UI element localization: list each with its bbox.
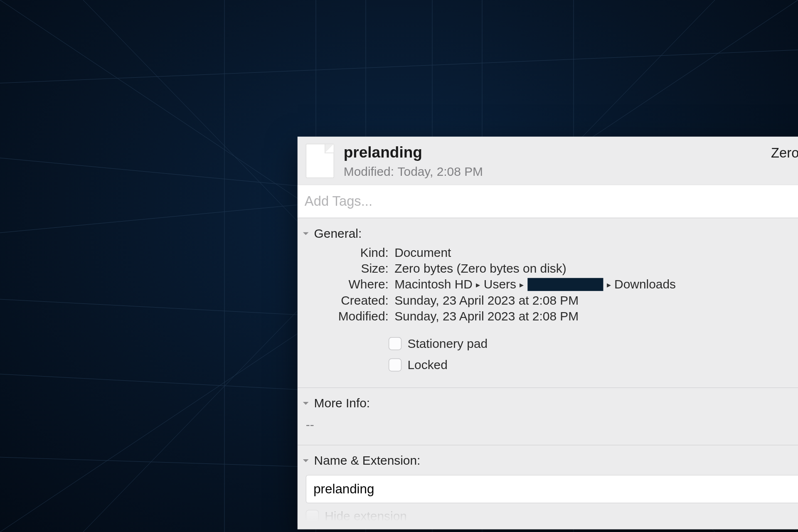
size-label: Size: [306, 261, 389, 275]
stationery-pad-row: Stationery pad [389, 333, 798, 354]
general-checkboxes: Stationery pad Locked [298, 327, 798, 381]
general-kv: Kind: Document Size: Zero bytes (Zero by… [298, 245, 798, 327]
locked-checkbox[interactable] [389, 358, 401, 371]
chevron-down-icon [301, 399, 310, 408]
modified-value-row: Sunday, 23 April 2023 at 2:08 PM [394, 309, 798, 323]
section-name-ext-title: Name & Extension: [314, 453, 421, 468]
section-more-info-header[interactable]: More Info: [298, 394, 798, 415]
triangle-right-icon: ▸ [476, 280, 480, 289]
created-label: Created: [306, 293, 389, 307]
stationery-pad-label: Stationery pad [407, 336, 488, 350]
section-general-header[interactable]: General: [298, 224, 798, 245]
locked-row: Locked [389, 354, 798, 375]
file-icon [306, 144, 334, 178]
more-info-value: -- [298, 415, 798, 438]
where-part: Users [484, 277, 516, 291]
where-label: Where: [306, 277, 389, 291]
triangle-right-icon: ▸ [520, 280, 524, 289]
chevron-down-icon [301, 229, 310, 238]
section-name-ext: Name & Extension: Hide extension [298, 445, 798, 529]
chevron-down-icon [301, 456, 310, 466]
name-extension-input[interactable] [306, 475, 798, 503]
section-more-info: More Info: -- [298, 387, 798, 444]
section-more-info-title: More Info: [314, 396, 370, 410]
size-value: Zero bytes (Zero bytes on disk) [394, 261, 798, 275]
created-value: Sunday, 23 April 2023 at 2:08 PM [394, 293, 798, 307]
modified-label-row: Modified: [306, 309, 389, 323]
where-part: Downloads [614, 277, 676, 291]
redacted-username [527, 278, 603, 291]
where-part: Macintosh HD [394, 277, 473, 291]
file-name: prelanding [344, 144, 483, 161]
modified-value: Today, 2:08 PM [398, 164, 483, 178]
stationery-pad-checkbox[interactable] [389, 337, 401, 350]
tags-row [298, 185, 798, 217]
section-general: General: Kind: Document Size: Zero bytes… [298, 217, 798, 387]
locked-label: Locked [407, 357, 447, 372]
modified-summary: Modified:Today, 2:08 PM [344, 164, 483, 178]
section-general-title: General: [314, 226, 362, 240]
section-name-ext-header[interactable]: Name & Extension: [298, 451, 798, 472]
file-size-short: Zero KB [771, 144, 798, 161]
where-value: Macintosh HD ▸ Users ▸ ▸ Downloads [394, 277, 798, 291]
clipped-edge [298, 509, 798, 523]
tags-input[interactable] [305, 193, 798, 209]
kind-value: Document [394, 245, 798, 259]
kind-label: Kind: [306, 245, 389, 259]
get-info-window: prelanding Modified:Today, 2:08 PM Zero … [298, 137, 798, 529]
triangle-right-icon: ▸ [607, 280, 611, 289]
get-info-header: prelanding Modified:Today, 2:08 PM Zero … [298, 137, 798, 185]
modified-label: Modified: [344, 164, 394, 178]
